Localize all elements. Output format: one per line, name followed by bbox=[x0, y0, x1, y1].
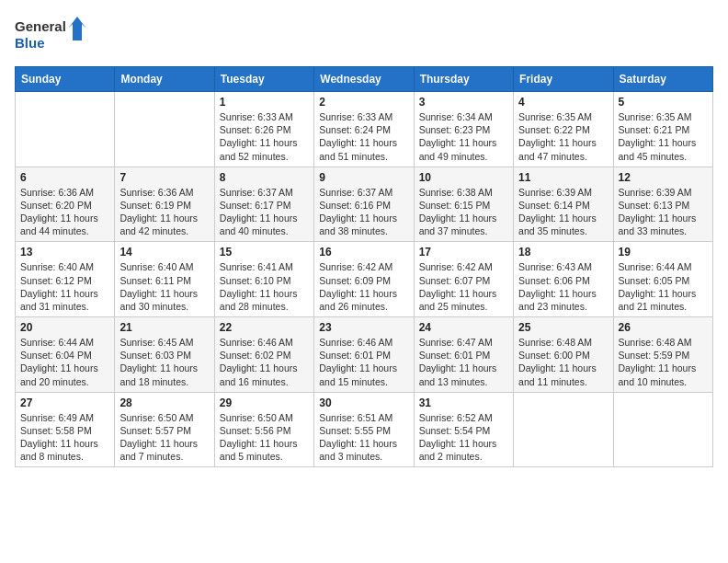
day-number: 16 bbox=[319, 246, 408, 259]
day-info: Sunrise: 6:46 AMSunset: 6:01 PMDaylight:… bbox=[319, 336, 408, 388]
day-info: Sunrise: 6:36 AMSunset: 6:20 PMDaylight:… bbox=[20, 186, 109, 238]
day-info: Sunrise: 6:33 AMSunset: 6:24 PMDaylight:… bbox=[319, 110, 408, 163]
day-cell: 2Sunrise: 6:33 AMSunset: 6:24 PMDaylight… bbox=[314, 92, 414, 167]
day-cell bbox=[16, 92, 115, 167]
day-cell: 4Sunrise: 6:35 AMSunset: 6:22 PMDaylight… bbox=[514, 92, 613, 167]
day-number: 22 bbox=[220, 321, 309, 334]
day-number: 3 bbox=[419, 96, 508, 109]
day-info: Sunrise: 6:39 AMSunset: 6:13 PMDaylight:… bbox=[619, 186, 708, 238]
day-cell: 27Sunrise: 6:49 AMSunset: 5:58 PMDayligh… bbox=[16, 392, 115, 467]
day-number: 7 bbox=[119, 171, 209, 184]
day-cell bbox=[514, 392, 613, 467]
day-cell: 20Sunrise: 6:44 AMSunset: 6:04 PMDayligh… bbox=[16, 317, 115, 393]
day-cell: 25Sunrise: 6:48 AMSunset: 6:00 PMDayligh… bbox=[514, 317, 613, 393]
day-info: Sunrise: 6:40 AMSunset: 6:11 PMDaylight:… bbox=[119, 260, 209, 313]
day-cell: 16Sunrise: 6:42 AMSunset: 6:09 PMDayligh… bbox=[314, 242, 414, 317]
day-cell: 30Sunrise: 6:51 AMSunset: 5:55 PMDayligh… bbox=[314, 392, 414, 467]
day-cell: 22Sunrise: 6:46 AMSunset: 6:02 PMDayligh… bbox=[214, 317, 313, 393]
svg-text:Blue: Blue bbox=[15, 35, 45, 51]
day-cell: 23Sunrise: 6:46 AMSunset: 6:01 PMDayligh… bbox=[314, 317, 414, 393]
weekday-header-thursday: Thursday bbox=[414, 67, 513, 92]
day-info: Sunrise: 6:33 AMSunset: 6:26 PMDaylight:… bbox=[220, 110, 309, 163]
day-number: 5 bbox=[619, 96, 708, 109]
calendar-table: SundayMondayTuesdayWednesdayThursdayFrid… bbox=[15, 66, 713, 467]
day-cell: 24Sunrise: 6:47 AMSunset: 6:01 PMDayligh… bbox=[414, 317, 513, 393]
day-cell: 5Sunrise: 6:35 AMSunset: 6:21 PMDaylight… bbox=[613, 92, 712, 167]
day-number: 18 bbox=[518, 246, 608, 259]
day-info: Sunrise: 6:35 AMSunset: 6:22 PMDaylight:… bbox=[518, 110, 608, 163]
day-info: Sunrise: 6:41 AMSunset: 6:10 PMDaylight:… bbox=[220, 260, 309, 313]
day-cell: 15Sunrise: 6:41 AMSunset: 6:10 PMDayligh… bbox=[214, 242, 313, 317]
day-cell: 18Sunrise: 6:43 AMSunset: 6:06 PMDayligh… bbox=[514, 242, 613, 317]
day-cell: 3Sunrise: 6:34 AMSunset: 6:23 PMDaylight… bbox=[414, 92, 513, 167]
weekday-header-tuesday: Tuesday bbox=[214, 67, 313, 92]
day-info: Sunrise: 6:51 AMSunset: 5:55 PMDaylight:… bbox=[319, 411, 408, 464]
day-cell: 26Sunrise: 6:48 AMSunset: 5:59 PMDayligh… bbox=[613, 317, 712, 393]
day-cell: 19Sunrise: 6:44 AMSunset: 6:05 PMDayligh… bbox=[613, 242, 712, 317]
logo-svg: General Blue bbox=[15, 15, 88, 55]
day-info: Sunrise: 6:40 AMSunset: 6:12 PMDaylight:… bbox=[20, 260, 109, 313]
day-info: Sunrise: 6:37 AMSunset: 6:17 PMDaylight:… bbox=[220, 186, 309, 238]
day-info: Sunrise: 6:48 AMSunset: 6:00 PMDaylight:… bbox=[518, 336, 608, 388]
day-info: Sunrise: 6:49 AMSunset: 5:58 PMDaylight:… bbox=[20, 411, 109, 464]
day-number: 27 bbox=[20, 396, 109, 409]
day-info: Sunrise: 6:52 AMSunset: 5:54 PMDaylight:… bbox=[419, 411, 508, 464]
day-number: 25 bbox=[518, 321, 608, 334]
day-number: 28 bbox=[119, 396, 209, 409]
day-info: Sunrise: 6:36 AMSunset: 6:19 PMDaylight:… bbox=[119, 186, 209, 238]
day-info: Sunrise: 6:50 AMSunset: 5:56 PMDaylight:… bbox=[220, 411, 309, 464]
day-number: 11 bbox=[518, 171, 608, 184]
logo: General Blue bbox=[15, 15, 88, 55]
day-info: Sunrise: 6:38 AMSunset: 6:15 PMDaylight:… bbox=[419, 186, 508, 238]
day-number: 31 bbox=[419, 396, 508, 409]
day-info: Sunrise: 6:37 AMSunset: 6:16 PMDaylight:… bbox=[319, 186, 408, 238]
day-number: 8 bbox=[220, 171, 309, 184]
day-cell: 17Sunrise: 6:42 AMSunset: 6:07 PMDayligh… bbox=[414, 242, 513, 317]
day-number: 21 bbox=[119, 321, 209, 334]
day-number: 12 bbox=[619, 171, 708, 184]
day-number: 29 bbox=[220, 396, 309, 409]
day-number: 17 bbox=[419, 246, 508, 259]
day-info: Sunrise: 6:35 AMSunset: 6:21 PMDaylight:… bbox=[619, 110, 708, 163]
day-cell bbox=[115, 92, 214, 167]
weekday-header-saturday: Saturday bbox=[613, 67, 712, 92]
day-number: 15 bbox=[220, 246, 309, 259]
day-info: Sunrise: 6:48 AMSunset: 5:59 PMDaylight:… bbox=[619, 336, 708, 388]
day-number: 4 bbox=[518, 96, 608, 109]
week-row-4: 20Sunrise: 6:44 AMSunset: 6:04 PMDayligh… bbox=[16, 317, 713, 393]
weekday-header-wednesday: Wednesday bbox=[314, 67, 414, 92]
day-info: Sunrise: 6:45 AMSunset: 6:03 PMDaylight:… bbox=[119, 336, 209, 388]
day-cell: 14Sunrise: 6:40 AMSunset: 6:11 PMDayligh… bbox=[115, 242, 214, 317]
weekday-header-monday: Monday bbox=[115, 67, 214, 92]
day-info: Sunrise: 6:42 AMSunset: 6:09 PMDaylight:… bbox=[319, 260, 408, 313]
day-info: Sunrise: 6:34 AMSunset: 6:23 PMDaylight:… bbox=[419, 110, 508, 163]
week-row-1: 1Sunrise: 6:33 AMSunset: 6:26 PMDaylight… bbox=[16, 92, 713, 167]
weekday-header-row: SundayMondayTuesdayWednesdayThursdayFrid… bbox=[16, 67, 713, 92]
day-cell: 10Sunrise: 6:38 AMSunset: 6:15 PMDayligh… bbox=[414, 167, 513, 242]
day-number: 14 bbox=[119, 246, 209, 259]
day-info: Sunrise: 6:44 AMSunset: 6:04 PMDaylight:… bbox=[20, 336, 109, 388]
day-cell: 31Sunrise: 6:52 AMSunset: 5:54 PMDayligh… bbox=[414, 392, 513, 467]
day-info: Sunrise: 6:42 AMSunset: 6:07 PMDaylight:… bbox=[419, 260, 508, 313]
day-info: Sunrise: 6:43 AMSunset: 6:06 PMDaylight:… bbox=[518, 260, 608, 313]
day-number: 24 bbox=[419, 321, 508, 334]
day-cell: 8Sunrise: 6:37 AMSunset: 6:17 PMDaylight… bbox=[214, 167, 313, 242]
day-number: 2 bbox=[319, 96, 408, 109]
day-info: Sunrise: 6:47 AMSunset: 6:01 PMDaylight:… bbox=[419, 336, 508, 388]
day-cell: 28Sunrise: 6:50 AMSunset: 5:57 PMDayligh… bbox=[115, 392, 214, 467]
svg-marker-2 bbox=[68, 17, 86, 40]
day-cell: 6Sunrise: 6:36 AMSunset: 6:20 PMDaylight… bbox=[16, 167, 115, 242]
day-number: 9 bbox=[319, 171, 408, 184]
day-cell: 1Sunrise: 6:33 AMSunset: 6:26 PMDaylight… bbox=[214, 92, 313, 167]
day-number: 19 bbox=[619, 246, 708, 259]
page-header: General Blue bbox=[15, 15, 713, 55]
day-cell: 9Sunrise: 6:37 AMSunset: 6:16 PMDaylight… bbox=[314, 167, 414, 242]
svg-text:General: General bbox=[15, 18, 66, 34]
day-number: 26 bbox=[619, 321, 708, 334]
day-cell: 21Sunrise: 6:45 AMSunset: 6:03 PMDayligh… bbox=[115, 317, 214, 393]
day-info: Sunrise: 6:44 AMSunset: 6:05 PMDaylight:… bbox=[619, 260, 708, 313]
day-number: 20 bbox=[20, 321, 109, 334]
day-cell: 13Sunrise: 6:40 AMSunset: 6:12 PMDayligh… bbox=[16, 242, 115, 317]
week-row-5: 27Sunrise: 6:49 AMSunset: 5:58 PMDayligh… bbox=[16, 392, 713, 467]
day-cell bbox=[613, 392, 712, 467]
